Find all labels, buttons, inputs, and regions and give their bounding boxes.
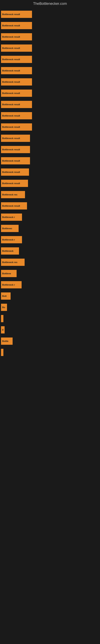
bar-label: Bottleneck res xyxy=(2,194,17,196)
bar-wrapper: Bottleneck res xyxy=(1,256,25,268)
bar-wrapper: Bottleneck result xyxy=(1,132,30,144)
bar-row: Bottleneck result xyxy=(1,31,98,42)
bar-wrapper: Bottleneck result xyxy=(1,42,32,54)
bar-row: Bottleneck result xyxy=(1,110,98,121)
bar-row: Bottleneck r xyxy=(1,279,98,290)
bar-row: Bottleneck result xyxy=(1,132,98,144)
bar-row: Bottleneck result xyxy=(1,121,98,132)
bar-wrapper: Bottleneck result xyxy=(1,166,29,178)
result-bar: Bottleneck result xyxy=(1,33,32,40)
bar-wrapper: Bottleneck r xyxy=(1,234,22,245)
result-bar: Bottleneck result xyxy=(1,146,30,153)
result-bar: Bottleneck result xyxy=(1,90,32,97)
bar-row: Bottleneck result xyxy=(1,155,98,166)
bar-label: Bottleneck r xyxy=(2,238,15,241)
bar-wrapper: Bottleneck xyxy=(1,245,19,256)
bar-wrapper: Bottleneck result xyxy=(1,31,32,42)
result-bar: B xyxy=(1,326,4,334)
bar-row: Bottleneck result xyxy=(1,65,98,76)
bar-label: Bottleneck result xyxy=(2,160,20,162)
result-bar: Bottlenec xyxy=(1,225,19,232)
bar-row: Bottleneck result xyxy=(1,166,98,178)
bar-label: Bo xyxy=(2,306,5,308)
result-bar: Bottleneck xyxy=(1,247,19,254)
bar-label: Bottleneck result xyxy=(2,114,20,117)
bar-label: Bottleneck result xyxy=(2,24,20,27)
bar-wrapper: Bottleneck res xyxy=(1,189,25,200)
bar-wrapper: Bott xyxy=(1,290,11,302)
bar-row: Bottleneck result xyxy=(1,88,98,99)
bar-row: Bottleneck res xyxy=(1,256,98,268)
bar-row: | xyxy=(1,313,98,324)
site-title: TheBottlenecker.com xyxy=(0,0,100,7)
bar-wrapper: | xyxy=(1,347,3,358)
result-bar: | xyxy=(1,349,3,356)
bar-label: Bottleneck result xyxy=(2,81,20,83)
result-bar: Bottleneck result xyxy=(1,56,32,63)
bar-label: Bottleneck result xyxy=(2,182,20,184)
bar-wrapper: Bottleneck result xyxy=(1,121,32,132)
result-bar: Bottleneck result xyxy=(1,11,32,18)
bar-row: Bottleneck r xyxy=(1,212,98,223)
bar-row: Bottleneck result xyxy=(1,200,98,212)
bar-label: Bottleneck result xyxy=(2,171,20,173)
bar-row: Bott xyxy=(1,290,98,302)
result-bar: Bottleneck result xyxy=(1,44,32,52)
bar-label: Bottleneck result xyxy=(2,58,20,60)
result-bar: Bottleneck result xyxy=(1,67,32,74)
result-bar: Bottleneck res xyxy=(1,258,25,266)
bar-label: Bottle xyxy=(2,340,8,342)
bar-label: Bottleneck result xyxy=(2,103,20,106)
bar-row: Bottleneck xyxy=(1,245,98,256)
bar-row: Bottleneck result xyxy=(1,144,98,155)
result-bar: | xyxy=(1,315,3,322)
bar-wrapper: Bottleneck result xyxy=(1,88,32,99)
result-bar: Bottlene xyxy=(1,270,17,277)
result-bar: Bo xyxy=(1,304,7,311)
bar-wrapper: Bottleneck result xyxy=(1,9,32,20)
bar-label: Bottleneck res xyxy=(2,261,17,264)
bar-label: Bottleneck xyxy=(2,250,13,252)
bar-row: Bottleneck result xyxy=(1,20,98,31)
result-bar: Bottleneck r xyxy=(1,236,22,243)
bar-row: Bottleneck res xyxy=(1,189,98,200)
bar-wrapper: Bottleneck result xyxy=(1,54,32,65)
bar-wrapper: Bo xyxy=(1,302,7,313)
bar-wrapper: | xyxy=(1,313,3,324)
bar-row: | xyxy=(1,347,98,358)
bar-label: Bottleneck result xyxy=(2,13,20,16)
result-bar: Bottleneck result xyxy=(1,112,32,119)
result-bar: Bottleneck result xyxy=(1,135,30,142)
bar-label: Bottleneck result xyxy=(2,92,20,94)
bar-label: Bottleneck r xyxy=(2,216,15,218)
bar-wrapper: Bottleneck result xyxy=(1,144,30,155)
result-bar: Bottleneck result xyxy=(1,180,28,187)
result-bar: Bottleneck result xyxy=(1,78,32,86)
bar-wrapper: Bottleneck result xyxy=(1,155,30,166)
bar-row: Bottlenec xyxy=(1,223,98,234)
bar-wrapper: Bottlene xyxy=(1,268,17,279)
bar-label: Bottleneck result xyxy=(2,126,20,128)
bar-wrapper: Bottleneck result xyxy=(1,200,27,212)
bar-row: Bottleneck result xyxy=(1,54,98,65)
chart-container: Bottleneck resultBottleneck resultBottle… xyxy=(0,7,100,640)
bar-label: Bottlenec xyxy=(2,227,12,230)
result-bar: Bottleneck res xyxy=(1,191,25,198)
bar-wrapper: Bottleneck r xyxy=(1,212,22,223)
bar-wrapper: B xyxy=(1,324,4,336)
bar-label: B xyxy=(2,329,3,331)
bar-wrapper: Bottlenec xyxy=(1,223,19,234)
bar-row: Bottleneck result xyxy=(1,9,98,20)
bar-label: Bottlene xyxy=(2,272,11,275)
bar-row: Bo xyxy=(1,302,98,313)
result-bar: Bottle xyxy=(1,338,13,345)
result-bar: Bottleneck result xyxy=(1,22,32,29)
bar-wrapper: Bottleneck result xyxy=(1,178,28,189)
bar-wrapper: Bottle xyxy=(1,336,13,347)
bar-row: Bottleneck r xyxy=(1,234,98,245)
bar-label: Bottleneck result xyxy=(2,148,20,151)
result-bar: Bott xyxy=(1,292,11,300)
result-bar: Bottleneck result xyxy=(1,168,29,176)
bar-label: Bottleneck result xyxy=(2,70,20,72)
bar-wrapper: Bottleneck result xyxy=(1,99,32,110)
